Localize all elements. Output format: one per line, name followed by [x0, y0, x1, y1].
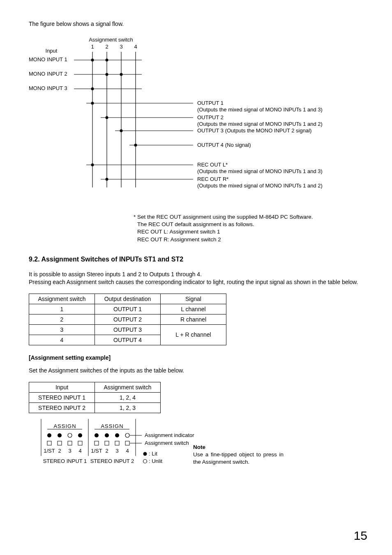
svg-text:: Unlit: : Unlit: [149, 458, 163, 464]
switch-icon: [95, 441, 99, 445]
svg-text:STEREO INPUT 1: STEREO INPUT 1: [43, 458, 87, 464]
svg-text:1: 1: [91, 44, 94, 50]
svg-text:MONO INPUT 2: MONO INPUT 2: [29, 71, 67, 77]
svg-text:2: 2: [105, 44, 108, 50]
svg-point-38: [106, 178, 108, 181]
led-icon: [125, 433, 129, 437]
input-header: Input: [46, 48, 58, 54]
switch-icon: [47, 441, 51, 445]
svg-point-11: [106, 59, 108, 62]
switch-title: Assignment switch: [89, 37, 133, 43]
intro-text: The figure below shows a signal flow.: [29, 21, 363, 27]
svg-point-28: [120, 130, 123, 132]
svg-text:ASSIGN: ASSIGN: [101, 423, 123, 429]
svg-text:OUTPUT 3 (Outputs the MONO INP: OUTPUT 3 (Outputs the MONO INPUT 2 signa…: [197, 127, 311, 134]
svg-text:OUTPUT 1: OUTPUT 1: [197, 100, 224, 106]
led-icon: [95, 433, 99, 437]
led-icon: [78, 433, 82, 437]
svg-text:REC OUT L*: REC OUT L*: [197, 162, 228, 168]
switch-icon: [68, 441, 72, 445]
annot-switch: Assignment switch: [145, 440, 189, 446]
svg-text:(Outputs the mixed signal of M: (Outputs the mixed signal of MONO INPUTs…: [197, 121, 323, 127]
svg-text:4: 4: [126, 448, 129, 454]
legend-unlit-icon: [143, 459, 147, 463]
svg-text:3: 3: [115, 448, 118, 454]
svg-point-15: [120, 73, 123, 76]
svg-point-24: [106, 116, 108, 119]
section-paragraph: It is possible to assign Stereo inputs 1…: [29, 271, 363, 286]
svg-text:4: 4: [78, 448, 81, 454]
svg-text:1/ST: 1/ST: [91, 448, 102, 454]
svg-point-20: [91, 102, 94, 105]
assignment-table: Assignment switch Output destination Sig…: [29, 294, 226, 345]
page-number: 15: [354, 529, 367, 543]
switch-icon: [125, 441, 129, 445]
svg-text:2: 2: [58, 448, 61, 454]
switch-icon: [105, 441, 109, 445]
switch-icon: [78, 441, 82, 445]
svg-text:: Lit: : Lit: [149, 451, 157, 457]
svg-text:ASSIGN: ASSIGN: [53, 423, 76, 429]
svg-point-14: [106, 73, 108, 76]
led-icon: [105, 433, 109, 437]
table-row: STEREO INPUT 1 1, 2, 4: [29, 392, 161, 402]
svg-text:OUTPUT 2: OUTPUT 2: [197, 114, 224, 120]
example-table: Input Assignment switch STEREO INPUT 1 1…: [29, 382, 161, 413]
svg-text:4: 4: [134, 44, 137, 50]
svg-point-10: [91, 59, 94, 62]
svg-text:1/ST: 1/ST: [44, 448, 55, 454]
legend-lit-icon: [143, 452, 147, 456]
led-icon: [115, 433, 119, 437]
example-paragraph: Set the Assignment switches of the input…: [29, 367, 363, 375]
led-icon: [68, 433, 72, 437]
switch-icon: [58, 441, 62, 445]
led-icon: [58, 433, 62, 437]
led-icon: [47, 433, 51, 437]
svg-text:STEREO INPUT 2: STEREO INPUT 2: [90, 458, 134, 464]
svg-point-31: [134, 144, 137, 147]
svg-text:MONO INPUT 3: MONO INPUT 3: [29, 85, 67, 91]
svg-text:REC OUT R*: REC OUT R*: [197, 176, 228, 182]
example-heading: [Assignment setting example]: [29, 354, 363, 361]
svg-text:(Outputs the mixed signal of M: (Outputs the mixed signal of MONO INPUTs…: [197, 106, 323, 113]
svg-text:MONO INPUT 1: MONO INPUT 1: [29, 56, 67, 62]
annot-indicator: Assignment indicator: [145, 432, 194, 438]
section-heading: 9.2. Assignment Switches of INPUTs ST1 a…: [29, 256, 363, 263]
signal-flow-diagram: Assignment switch 1 2 3 4 Input MONO INP…: [29, 35, 357, 205]
svg-text:2: 2: [105, 448, 108, 454]
svg-point-34: [91, 164, 94, 166]
switch-icon: [115, 441, 119, 445]
svg-point-18: [91, 88, 94, 90]
table-row: 2 OUTPUT 2 R channel: [29, 314, 226, 324]
table-row: 3 OUTPUT 3 L + R channel: [29, 324, 226, 335]
svg-text:3: 3: [120, 44, 122, 50]
svg-text:(Outputs the mixed signal of M: (Outputs the mixed signal of MONO INPUTs…: [197, 168, 323, 174]
table-row: 1 OUTPUT 1 L channel: [29, 304, 226, 314]
svg-text:(Outputs the mixed signal of M: (Outputs the mixed signal of MONO INPUTs…: [197, 183, 323, 189]
table-row: STEREO INPUT 2 1, 2, 3: [29, 402, 161, 413]
assign-panel-diagram: ASSIGN ASSIGN 1/ST 2 3 4: [29, 419, 177, 469]
svg-text:3: 3: [68, 448, 71, 454]
diagram-footnote: * Set the REC OUT assignment using the s…: [134, 213, 363, 243]
svg-text:OUTPUT 4 (No signal): OUTPUT 4 (No signal): [197, 142, 251, 148]
